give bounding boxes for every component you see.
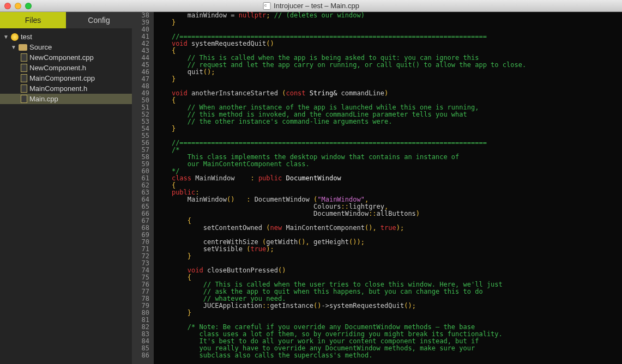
titlebar: Introjucer – test – Main.cpp — [0, 0, 622, 12]
code-line[interactable]: DocumentWindow::allButtons) — [156, 210, 620, 217]
code-editor[interactable]: 3839404142434445464748495051525354555657… — [132, 12, 622, 364]
file-icon — [21, 84, 27, 93]
code-line[interactable]: JUCEApplication::getInstance()->systemRe… — [156, 302, 620, 310]
code-line[interactable]: mainWindow = nullptr; // (deletes our wi… — [156, 12, 620, 19]
tree-file-label: NewComponent.h — [29, 64, 86, 72]
code-line[interactable]: { — [156, 182, 620, 189]
window-title: Introjucer – test – Main.cpp — [263, 2, 359, 10]
tree-file[interactable]: MainComponent.cpp — [0, 73, 132, 83]
tree-file-label: MainComponent.h — [29, 84, 87, 93]
traffic-lights — [4, 3, 32, 9]
code-line[interactable]: } — [156, 310, 620, 317]
sidebar-tabs: Files Config — [0, 12, 132, 28]
code-line[interactable]: void anotherInstanceStarted (const Strin… — [156, 90, 620, 97]
code-line[interactable]: } — [156, 76, 620, 83]
code-line[interactable]: class MainWindow : public DocumentWindow — [156, 175, 620, 182]
tree-file-label: MainComponent.cpp — [29, 74, 95, 82]
minimize-window-button[interactable] — [15, 3, 21, 9]
code-line[interactable]: our MainContentComponent class. — [156, 161, 620, 168]
code-line[interactable]: setVisible (true); — [156, 246, 620, 253]
file-icon — [21, 74, 27, 82]
code-area[interactable]: mainWindow = nullptr; // (deletes our wi… — [154, 12, 622, 364]
code-line[interactable]: subclass also calls the superclass's met… — [156, 352, 620, 359]
tree-project[interactable]: ▼ test — [0, 32, 132, 42]
code-line[interactable]: quit(); — [156, 69, 620, 76]
code-line[interactable]: } — [156, 19, 620, 26]
code-line[interactable]: setContentOwned (new MainContentComponen… — [156, 225, 620, 232]
chevron-down-icon: ▼ — [3, 34, 9, 40]
tree-group-source[interactable]: ▼ Source — [0, 42, 132, 52]
line-gutter: 3839404142434445464748495051525354555657… — [132, 12, 154, 364]
tab-files[interactable]: Files — [0, 12, 66, 28]
close-window-button[interactable] — [4, 3, 11, 9]
file-icon — [21, 64, 27, 72]
code-line[interactable]: } — [156, 125, 620, 132]
code-line[interactable]: // the other instance's command-line arg… — [156, 118, 620, 125]
code-line[interactable]: // request and let the app carry on runn… — [156, 62, 620, 69]
tree-file[interactable]: Main.cpp — [0, 94, 132, 104]
code-line[interactable]: void systemRequestedQuit() — [156, 40, 620, 47]
file-icon — [21, 95, 27, 103]
tree-file[interactable]: NewComponent.cpp — [0, 52, 132, 63]
tab-config[interactable]: Config — [66, 12, 132, 28]
tree-file[interactable]: MainComponent.h — [0, 83, 132, 94]
sidebar: Files Config ▼ test ▼ Source NewComponen… — [0, 12, 132, 364]
tree-file-label: NewComponent.cpp — [29, 53, 94, 62]
document-icon — [263, 2, 270, 10]
tree-project-label: test — [21, 33, 32, 41]
tree-file-label: Main.cpp — [29, 95, 58, 103]
chevron-down-icon: ▼ — [11, 44, 16, 50]
file-icon — [21, 53, 27, 62]
code-line[interactable]: void closeButtonPressed() — [156, 267, 620, 274]
line-number: 86 — [136, 352, 149, 359]
tree-group-label: Source — [29, 43, 52, 51]
file-tree: ▼ test ▼ Source NewComponent.cppNewCompo… — [0, 28, 132, 364]
code-line[interactable]: //======================================… — [156, 139, 620, 147]
tree-file[interactable]: NewComponent.h — [0, 63, 132, 73]
window-title-text: Introjucer – test – Main.cpp — [274, 2, 359, 10]
project-icon — [11, 33, 19, 41]
code-line[interactable]: } — [156, 253, 620, 260]
folder-icon — [19, 44, 27, 51]
zoom-window-button[interactable] — [25, 3, 32, 9]
